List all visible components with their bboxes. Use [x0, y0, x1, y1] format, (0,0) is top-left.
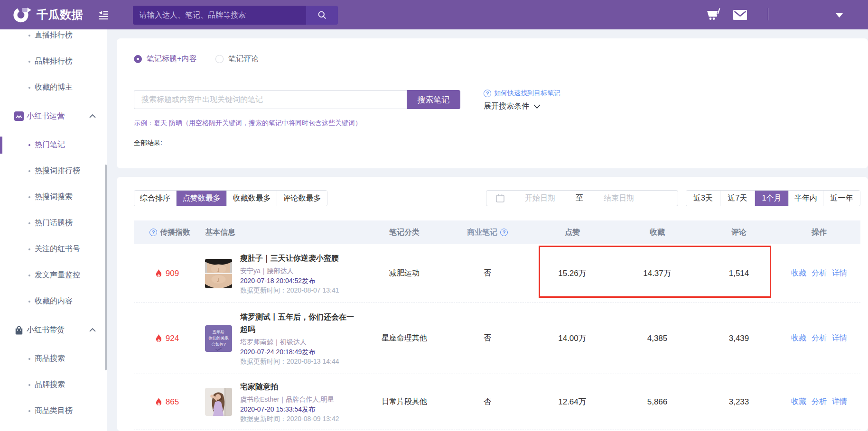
radio-label: 笔记标题+内容 — [147, 54, 196, 64]
top-bar: 千瓜数据 — [0, 0, 868, 29]
cart-icon[interactable] — [706, 7, 721, 22]
bullet-icon — [28, 358, 30, 360]
sidebar-item-product-category-rank[interactable]: 商品类目榜 — [0, 398, 107, 424]
time-range-6m[interactable]: 半年内 — [788, 191, 823, 206]
bookmark-icon — [14, 111, 24, 121]
sidebar-item-label: 关注的红书号 — [35, 244, 80, 254]
sidebar-item-hot-topics[interactable]: 热门话题榜 — [0, 210, 107, 236]
sidebar-item-fav-content[interactable]: 收藏的内容 — [0, 288, 107, 314]
note-author[interactable]: 虞书欣Esther｜品牌合作人,明星 — [240, 394, 361, 404]
note-title[interactable]: 宅家随意拍 — [240, 381, 361, 393]
sidebar-scrollbar[interactable] — [105, 165, 107, 370]
sort-tab-most-likes[interactable]: 点赞数最多 — [176, 191, 226, 206]
sort-tab-most-collects[interactable]: 收藏数最多 — [226, 191, 277, 206]
hot-index: 909 — [155, 269, 179, 278]
keyword-search-input[interactable] — [134, 90, 407, 109]
action-detail[interactable]: 详情 — [832, 397, 847, 407]
bullet-icon — [28, 144, 30, 146]
sort-tab-comprehensive[interactable]: 综合排序 — [134, 191, 176, 206]
chevron-down-icon — [533, 104, 541, 109]
fire-icon — [155, 334, 162, 343]
bullet-icon — [28, 61, 30, 63]
note-publish-time: 2020-07-18 20:04:52发布 — [240, 276, 361, 285]
sidebar-item-live-rank[interactable]: 直播排行榜 — [0, 29, 107, 48]
bullet-icon — [28, 384, 30, 386]
bullet-icon — [28, 248, 30, 250]
time-range-7d[interactable]: 近7天 — [720, 191, 755, 206]
sidebar-item-label: 品牌排行榜 — [35, 56, 73, 66]
expand-search-conditions[interactable]: 展开搜索条件 — [484, 101, 541, 111]
note-author[interactable]: 安宁ya｜腰部达人 — [240, 266, 361, 276]
results-card: 综合排序 点赞数最多 收藏数最多 评论数最多 开始日期 至 结束日期 近3天 近… — [117, 177, 868, 431]
note-category: 星座命理其他 — [381, 333, 428, 343]
header-collects: 收藏 — [598, 228, 717, 238]
sidebar-item-fav-bloggers[interactable]: 收藏的博主 — [0, 74, 107, 101]
note-collects: 5,866 — [598, 397, 717, 407]
radio-note-title-content[interactable]: 笔记标题+内容 — [134, 54, 196, 64]
calendar-icon — [496, 194, 504, 202]
mail-icon[interactable] — [733, 10, 747, 20]
time-range-3d[interactable]: 近3天 — [686, 191, 720, 206]
sidebar-section-xhs-ecommerce[interactable]: 小红书带货 — [0, 314, 107, 346]
search-example-hint: 示例：夏天 防晒（用空格隔开关键词，搜索的笔记中将同时包含这些关键词） — [134, 119, 362, 128]
question-circle-icon[interactable]: ? — [149, 229, 157, 236]
question-circle-icon[interactable]: ? — [500, 229, 508, 236]
table-row: 909 — [134, 244, 860, 303]
search-filter-card: 笔记标题+内容 笔记评论 搜索笔记 ? 如何快速找到目标笔记 展开搜索条件 示例… — [117, 38, 868, 168]
table-row: 924 五年后 你们的关系 会如何? 塔罗测试丨五年后，你们还会在一起吗 塔罗师… — [134, 303, 860, 374]
fire-icon — [155, 398, 162, 406]
action-analyze[interactable]: 分析 — [812, 397, 827, 407]
sidebar-item-followed-accounts[interactable]: 关注的红书号 — [0, 236, 107, 262]
date-range-picker[interactable]: 开始日期 至 结束日期 — [486, 190, 678, 206]
action-collect[interactable]: 收藏 — [791, 268, 806, 278]
start-date-placeholder[interactable]: 开始日期 — [504, 193, 576, 203]
action-collect[interactable]: 收藏 — [791, 397, 806, 407]
sort-tab-most-comments[interactable]: 评论数最多 — [277, 191, 327, 206]
note-thumbnail[interactable] — [205, 388, 232, 416]
action-detail[interactable]: 详情 — [832, 333, 847, 343]
sidebar-item-label: 商品搜索 — [35, 354, 65, 364]
question-circle-icon: ? — [484, 90, 491, 97]
sidebar-item-post-monitor[interactable]: 发文声量监控 — [0, 262, 107, 288]
collapse-sidebar-icon[interactable] — [99, 10, 108, 20]
help-link[interactable]: ? 如何快速找到目标笔记 — [484, 89, 560, 98]
action-analyze[interactable]: 分析 — [812, 333, 827, 343]
sidebar-section-xhs-operation[interactable]: 小红书运营 — [0, 101, 107, 132]
note-commercial: 否 — [428, 333, 547, 343]
header-basic-info: 基本信息 — [200, 228, 381, 238]
time-range-1y[interactable]: 近一年 — [823, 191, 860, 206]
sidebar-item-brand-rank[interactable]: 品牌排行榜 — [0, 48, 107, 74]
hot-index: 924 — [155, 334, 179, 343]
sidebar-item-hot-words-search[interactable]: 热搜词搜索 — [0, 184, 107, 210]
header-spread-index: ? 传播指数 — [134, 228, 200, 238]
sidebar-item-hot-notes[interactable]: 热门笔记 — [0, 132, 107, 158]
sidebar-item-product-search[interactable]: 商品搜索 — [0, 346, 107, 372]
note-collects: 14.37万 — [598, 268, 717, 279]
sidebar-item-label: 品牌搜索 — [35, 380, 65, 390]
time-range-1m[interactable]: 1个月 — [755, 191, 788, 206]
search-notes-button[interactable]: 搜索笔记 — [407, 90, 460, 109]
chevron-up-icon — [89, 328, 96, 332]
svg-text:你们的关系: 你们的关系 — [208, 336, 229, 340]
action-detail[interactable]: 详情 — [832, 268, 847, 278]
note-publish-time: 2020-07-20 15:33:54发布 — [240, 404, 361, 414]
table-header: ? 传播指数 基本信息 笔记分类 商业笔记 ? 点赞 收藏 评论 操作 — [134, 220, 860, 244]
note-comments: 3,439 — [717, 334, 761, 343]
bullet-icon — [28, 196, 30, 198]
note-author[interactable]: 塔罗师南鲸｜初级达人 — [240, 337, 361, 347]
global-search-button[interactable] — [306, 6, 338, 25]
bag-icon — [14, 325, 24, 335]
note-title[interactable]: 塔罗测试丨五年后，你们还会在一起吗 — [240, 311, 361, 336]
global-search-input[interactable] — [133, 6, 306, 25]
note-title[interactable]: 瘦肚子｜三天让你逆袭小蛮腰 — [240, 252, 361, 265]
sidebar-item-brand-search[interactable]: 品牌搜索 — [0, 372, 107, 398]
note-thumbnail[interactable] — [205, 259, 232, 288]
action-analyze[interactable]: 分析 — [812, 268, 827, 278]
user-menu-caret-icon[interactable] — [836, 13, 843, 18]
end-date-placeholder[interactable]: 结束日期 — [583, 193, 654, 203]
note-thumbnail[interactable]: 五年后 你们的关系 会如何? — [205, 325, 232, 352]
note-collects: 4,385 — [598, 334, 717, 343]
action-collect[interactable]: 收藏 — [791, 333, 806, 343]
radio-note-comments[interactable]: 笔记评论 — [215, 54, 259, 64]
sidebar-item-hot-words-rank[interactable]: 热搜词排行榜 — [0, 158, 107, 184]
